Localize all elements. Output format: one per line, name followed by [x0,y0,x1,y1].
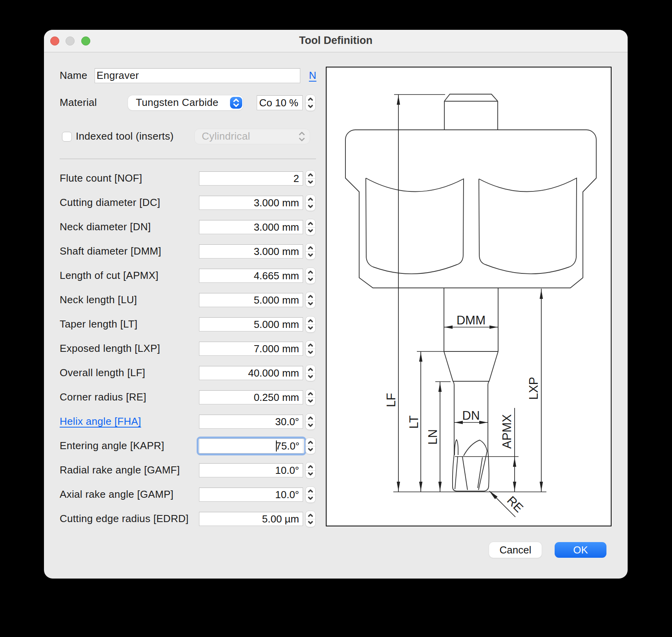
svg-text:RE: RE [504,493,526,515]
svg-text:DN: DN [462,409,480,422]
svg-text:APMX: APMX [500,414,514,449]
svg-text:LN: LN [426,429,440,445]
svg-text:LF: LF [384,393,398,407]
svg-text:DMM: DMM [457,313,486,327]
svg-text:LXP: LXP [527,377,541,400]
svg-text:LT: LT [407,415,421,429]
